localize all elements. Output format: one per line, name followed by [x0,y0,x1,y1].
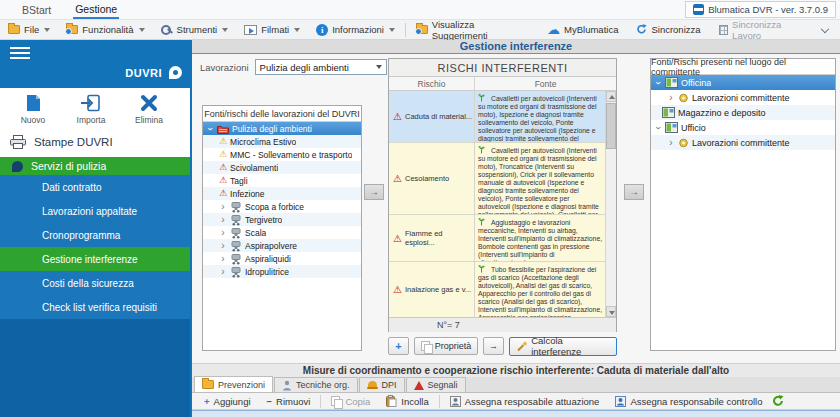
menu-funzionalita[interactable]: Funzionalità [58,20,152,39]
scroll-up-icon[interactable] [606,91,616,102]
copia-button[interactable]: Copia [325,396,376,407]
tree-item[interactable]: ⚠ Infezione [203,187,361,200]
expander-icon[interactable]: › [219,255,227,263]
tab-bstart[interactable]: BStart [20,1,53,18]
add-risk-button[interactable]: + [388,337,409,355]
table-row[interactable]: ⚠Caduta di material... Cavalletti per au… [389,91,616,143]
tree-item[interactable]: ⚠ Tagli [203,174,361,187]
expander-icon[interactable]: › [219,268,227,276]
refresh-green-icon[interactable] [772,395,784,407]
expander-icon[interactable]: › [219,216,227,224]
sidebar-item-cronoprogramma[interactable]: Cronoprogramma [0,223,190,247]
tab-tecniche-org[interactable]: Tecniche org. [274,377,358,392]
tab-prevenzioni[interactable]: Prevenzioni [194,376,273,392]
rimuovi-button[interactable]: −Rimuovi [261,396,317,407]
key-icon [161,24,173,36]
assegna-attuazione-button[interactable]: Assegna resposabile attuazione [444,396,606,407]
table-row[interactable]: ⚠Cesoiamento Cavalletti per autoveicoli … [389,143,616,215]
tree-item[interactable]: Magazzino e deposito [651,105,835,120]
tree-item[interactable]: › Lavorazioni committente [651,90,835,105]
tree-item[interactable]: › Officina [651,75,835,90]
menu-sincronizza[interactable]: Sincronizza [628,24,708,35]
tree-item[interactable]: ⚠ Scivolamenti [203,161,361,174]
column-fonte[interactable]: Fonte [475,77,616,90]
sidebar-actions-panel: Nuovo Importa Elimina Stampe DUVRI [0,88,190,157]
importa-button[interactable]: Importa [62,92,120,125]
table-row[interactable]: ⚠Inalazione gas e v... Tubo flessibile p… [389,262,616,317]
sidebar-item-dati-contratto[interactable]: Dati contratto [0,175,190,199]
tree-item[interactable]: › Aspiraliquidi [203,252,361,265]
tree-item[interactable]: › Tergivetro [203,213,361,226]
tab-gestione[interactable]: Gestione [73,0,119,19]
menu-informazioni[interactable]: i Informazioni [308,20,403,39]
expander-icon[interactable]: › [219,242,227,250]
site-icon [665,122,678,133]
sidebar-service-header[interactable]: Servizi di pulizia [0,157,190,175]
aggiungi-button[interactable]: +Aggiungi [198,396,257,407]
move-risk-button[interactable]: → [483,337,504,355]
tree-item[interactable]: › Scopa a forbice [203,200,361,213]
risk-table-body: ⚠Caduta di material... Cavalletti per au… [389,91,616,317]
move-right-button[interactable]: → [364,184,384,200]
site-icon [665,77,678,88]
video-icon [244,25,257,35]
incolla-button[interactable]: Incolla [380,395,434,407]
menu-filmati[interactable]: Filmati [236,20,308,39]
functions-icon [66,25,78,34]
lavorazioni-select[interactable]: Pulizia degli ambienti [255,59,387,75]
tree-item[interactable]: › Ufficio [651,120,835,135]
nuovo-button[interactable]: Nuovo [4,92,62,125]
window-titlebar: BStart Gestione Blumatica DVR - ver. 3.7… [0,0,840,20]
scrollbar-thumb[interactable] [606,103,616,149]
tree-item[interactable]: › Idropulitrice [203,265,361,278]
expander-icon[interactable]: › [219,229,227,237]
expander-icon[interactable]: › [667,94,675,102]
warning-yellow-icon: ⚠ [219,150,227,159]
warning-red-icon: ⚠ [219,163,227,172]
menu-myblumatica[interactable]: ☁ MyBlumatica [539,24,626,35]
menu-file[interactable]: File [0,20,58,39]
calcola-interferenze-button[interactable]: Calcola interferenze [509,337,617,356]
tab-dpi[interactable]: DPI [359,377,405,392]
tree-item[interactable]: › Aspirapolvere [203,239,361,252]
assegna-controllo-button[interactable]: Assegna responsabile controllo [609,396,768,407]
equipment-icon [230,266,242,278]
hamburger-menu-icon[interactable] [10,47,30,60]
elimina-button[interactable]: Elimina [120,92,178,125]
app-version-badge: Blumatica DVR - ver. 3.7.0.9 [685,1,836,18]
expander-icon[interactable]: › [667,139,675,147]
table-row[interactable]: ⚠Fiamme ed esplosi... Aggiustaggio e lav… [389,215,616,262]
menu-strumenti[interactable]: Strumenti [153,20,237,39]
service-icon [12,161,23,172]
menu-visualizza-suggerimenti[interactable]: Visualizza Suggerimenti [408,20,539,39]
sidebar-item-lavorazioni-appaltate[interactable]: Lavorazioni appaltate [0,199,190,223]
works-icon [678,93,689,103]
expander-icon[interactable]: › [654,124,662,132]
toolbar-overflow-chevron-icon[interactable] [821,24,829,32]
tree-item[interactable]: › Pulizia degli ambienti [203,122,361,135]
sidebar-item-check-list[interactable]: Check list verifica requisiti [0,295,190,319]
expander-icon[interactable]: › [219,203,227,211]
stampe-duvri-button[interactable]: Stampe DUVRI [0,127,190,157]
printer-icon [10,135,26,149]
expander-icon[interactable]: › [654,79,662,87]
tree-item[interactable]: › Scala [203,226,361,239]
equipment-icon [230,240,242,252]
sidebar-item-costi-sicurezza[interactable]: Costi della sicurezza [0,271,190,295]
tab-segnali[interactable]: Segnali [406,377,466,392]
signal-icon [414,381,424,390]
scroll-down-icon[interactable] [606,306,616,317]
tree-item[interactable]: ⚠ Microclima Estivo [203,135,361,148]
tree-item[interactable]: ⚠ MMC - Sollevamento e trasporto [203,148,361,161]
column-rischio[interactable]: Rischio [389,77,475,90]
vertical-scrollbar[interactable] [605,91,616,317]
copy-icon [331,396,341,407]
paste-icon [386,395,397,407]
sidebar-item-gestione-interferenze[interactable]: Gestione interferenze [0,247,190,271]
expander-icon[interactable]: › [206,125,214,133]
tree-item[interactable]: › Lavorazioni committente [651,135,835,150]
proprieta-button[interactable]: Proprietà [414,337,479,355]
warning-red-icon: ⚠ [393,174,402,183]
menu-sincronizza-lavoro[interactable]: Sincronizza Lavoro [711,19,817,41]
move-right-button[interactable]: → [624,184,644,200]
